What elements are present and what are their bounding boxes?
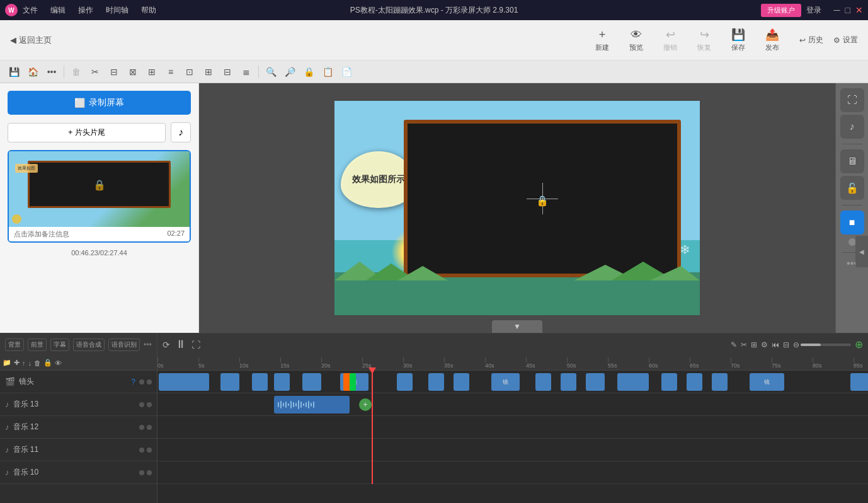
rp-fullscreen-btn[interactable]: ⛶ <box>840 88 864 112</box>
clip-4[interactable] <box>274 373 290 391</box>
tl-eye-btn[interactable]: 👁 <box>55 359 62 367</box>
settings-button[interactable]: ⚙ 设置 <box>833 35 858 45</box>
clip-13[interactable] <box>661 373 677 391</box>
add-track-btn[interactable]: ⊕ <box>855 338 863 350</box>
publish-button[interactable]: 📤 发布 <box>758 24 787 56</box>
tl-trash-btn[interactable]: 🗑 <box>34 359 41 367</box>
zoom-out-icon-btn[interactable]: 🔎 <box>281 63 299 81</box>
camera-track-dot-2[interactable] <box>147 379 152 384</box>
tl-folder-btn[interactable]: 📁 <box>3 359 11 367</box>
menu-edit[interactable]: 编辑 <box>48 4 68 17</box>
back-button[interactable]: ◀ 返回主页 <box>10 35 52 46</box>
login-button[interactable]: 登录 <box>806 5 821 16</box>
minimize-button[interactable]: ─ <box>834 5 840 15</box>
menu-operate[interactable]: 操作 <box>76 4 96 17</box>
tl-lock-btn[interactable]: 🔒 <box>43 359 52 367</box>
music13-dot-1[interactable] <box>139 402 144 407</box>
music11-dot-2[interactable] <box>147 448 152 453</box>
add-clip-button[interactable]: + 片头片尾 <box>8 123 166 142</box>
rp-music-btn[interactable]: ♪ <box>840 115 864 139</box>
clip-9[interactable] <box>535 373 551 391</box>
grid-icon-btn[interactable]: ⊞ <box>200 63 217 81</box>
paste-icon-btn[interactable]: 📄 <box>338 63 355 81</box>
zoom-slider[interactable] <box>801 344 851 346</box>
home-icon-btn[interactable]: 🏠 <box>24 63 42 81</box>
align2-icon-btn[interactable]: ⊟ <box>219 63 236 81</box>
edit-icon-btn[interactable]: ✎ <box>731 340 737 349</box>
rp-fill-btn[interactable]: ■ <box>840 211 864 234</box>
tl-add-btn[interactable]: ✚ <box>14 359 20 367</box>
prev-clip-btn[interactable]: ⏮ <box>772 340 779 349</box>
rp-dot-btn[interactable] <box>848 238 856 246</box>
fullscreen-toggle-btn[interactable]: ⛶ <box>191 340 200 350</box>
music13-clip[interactable] <box>274 396 350 413</box>
clip-16[interactable] <box>850 373 868 391</box>
save-button[interactable]: 💾 保存 <box>724 24 753 56</box>
zoom-in-icon-btn[interactable]: 🔍 <box>262 63 280 81</box>
rewind-button[interactable]: ⟳ <box>163 340 170 350</box>
pause-button[interactable]: ⏸ <box>175 338 186 351</box>
record-screen-button[interactable]: ⬜ 录制屏幕 <box>8 91 191 115</box>
clip-7[interactable] <box>428 373 444 391</box>
upgrade-button[interactable]: 升级账户 <box>761 4 801 17</box>
camera-help-icon[interactable]: ? <box>131 378 135 386</box>
clip-icon-btn[interactable]: ✂ <box>86 63 104 81</box>
clip-10[interactable] <box>561 373 576 391</box>
settings-icon-btn[interactable]: ⚙ <box>761 340 768 349</box>
rp-collapse-btn[interactable]: ◀ <box>855 236 868 267</box>
clip-5[interactable] <box>302 373 321 391</box>
music12-dot-2[interactable] <box>147 425 152 430</box>
clip-1[interactable] <box>159 373 209 391</box>
clip-3[interactable] <box>252 373 268 391</box>
redo-button[interactable]: ↪ 恢复 <box>690 24 719 56</box>
copy-icon-btn[interactable]: 📋 <box>319 63 336 81</box>
menu-timeline[interactable]: 时间轴 <box>103 4 131 17</box>
align-center-icon-btn[interactable]: ⊞ <box>143 63 161 81</box>
save-icon-btn[interactable]: 💾 <box>5 63 23 81</box>
text-icon-btn[interactable]: ≡ <box>162 63 180 81</box>
align-left-icon-btn[interactable]: ⊟ <box>105 63 123 81</box>
clip-8[interactable] <box>454 373 469 391</box>
music10-dot-2[interactable] <box>147 470 152 475</box>
menu-file[interactable]: 文件 <box>20 4 40 17</box>
filter-icon-btn[interactable]: ⊞ <box>751 340 757 349</box>
music10-dot-1[interactable] <box>139 470 144 475</box>
fg-track-btn[interactable]: 前景 <box>28 338 47 351</box>
maximize-button[interactable]: □ <box>845 5 850 15</box>
menu-help[interactable]: 帮助 <box>139 4 159 17</box>
lock-icon-btn[interactable]: 🔒 <box>300 63 317 81</box>
preview-chevron[interactable]: ▼ <box>492 320 542 333</box>
split-view-btn[interactable]: ⊟ <box>783 340 789 349</box>
history-button[interactable]: ↩ 历史 <box>799 35 823 45</box>
clip-15[interactable] <box>712 373 728 391</box>
close-button[interactable]: ✕ <box>855 5 863 15</box>
clip-mirror-3[interactable]: 镜 <box>750 373 784 391</box>
music12-dot-1[interactable] <box>139 425 144 430</box>
rp-screen-btn[interactable]: 🖥 <box>840 149 864 173</box>
more-icon-btn[interactable]: ••• <box>43 63 60 81</box>
clip-6[interactable] <box>397 373 413 391</box>
clip-14[interactable] <box>687 373 702 391</box>
align-right-icon-btn[interactable]: ⊡ <box>181 63 198 81</box>
delete-icon-btn[interactable]: 🗑 <box>67 63 85 81</box>
split-icon-btn[interactable]: ⊠ <box>124 63 142 81</box>
zoom-out-btn[interactable]: ⊖ <box>793 340 799 349</box>
tl-up-btn[interactable]: ↑ <box>22 359 26 367</box>
music13-dot-2[interactable] <box>147 402 152 407</box>
music11-dot-1[interactable] <box>139 448 144 453</box>
rp-unlock-btn[interactable]: 🔓 <box>840 176 864 200</box>
clip-2[interactable] <box>220 373 239 391</box>
cut-icon-btn[interactable]: ✂ <box>741 340 747 349</box>
music13-add[interactable]: + <box>359 398 372 411</box>
caption-track-btn[interactable]: 字幕 <box>50 338 69 351</box>
track-content[interactable]: 0s5s10s15s20s25s30s35s40s45s50s55s60s65s… <box>157 356 868 503</box>
clip-11[interactable] <box>586 373 605 391</box>
tts-track-btn[interactable]: 语音合成 <box>73 338 105 351</box>
camera-track-dot-1[interactable] <box>139 379 144 384</box>
tl-down-btn[interactable]: ↓ <box>28 359 32 367</box>
clip-12[interactable] <box>617 373 649 391</box>
bg-track-btn[interactable]: 背景 <box>5 338 24 351</box>
preview-button[interactable]: 👁 预览 <box>622 25 651 56</box>
music-button[interactable]: ♪ <box>171 122 191 142</box>
undo-button[interactable]: ↩ 撤销 <box>656 24 685 56</box>
